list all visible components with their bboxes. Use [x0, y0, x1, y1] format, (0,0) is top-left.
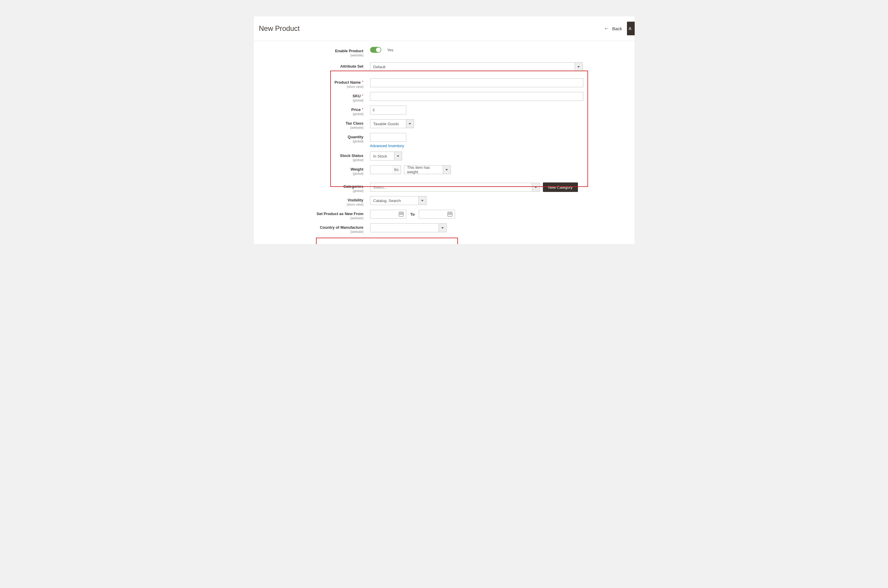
- enable-product-toggle[interactable]: [370, 47, 381, 53]
- visibility-label: Visibility: [348, 198, 363, 202]
- quantity-scope: [global]: [260, 140, 364, 143]
- price-input[interactable]: $: [370, 106, 406, 114]
- tax-class-scope: [website]: [260, 126, 364, 129]
- stock-status-label: Stock Status: [340, 153, 364, 158]
- row-enable-product: Enable Product [website] Yes: [260, 45, 629, 59]
- categories-label: Categories: [343, 184, 363, 189]
- advanced-inventory-link[interactable]: Advanced Inventory: [370, 144, 404, 148]
- country-value: [370, 224, 439, 232]
- product-name-label: Product Name: [334, 80, 361, 84]
- calendar-icon: [447, 212, 452, 217]
- enable-product-value: Yes: [387, 48, 393, 52]
- quantity-input[interactable]: [370, 133, 406, 142]
- chevron-down-icon: [443, 165, 451, 174]
- weight-input[interactable]: lbs: [370, 165, 401, 174]
- tax-class-value: Taxable Goods: [370, 119, 406, 128]
- chevron-down-icon: [394, 152, 402, 160]
- enable-product-scope: [website]: [260, 53, 364, 57]
- stock-status-value: In Stock: [370, 152, 394, 160]
- new-product-panel: New Product ← Back A Enable Product [web…: [254, 16, 635, 244]
- set-new-from-label: Set Product as New From: [317, 212, 363, 216]
- enable-product-label: Enable Product: [335, 49, 363, 53]
- weight-type-value: This item has weight: [404, 165, 443, 174]
- header-actions: ← Back A: [604, 22, 628, 35]
- chevron-down-icon: [439, 224, 447, 232]
- calendar-icon: [399, 212, 403, 217]
- weight-type-select[interactable]: This item has weight: [404, 165, 451, 174]
- row-sku: SKU* [global]: [260, 90, 629, 104]
- row-country: Country of Manufacture [website]: [260, 222, 629, 235]
- categories-select[interactable]: Select...: [370, 183, 540, 192]
- new-from-date-input[interactable]: [370, 210, 406, 219]
- visibility-scope: [store view]: [260, 202, 364, 206]
- panel-header: New Product ← Back A: [254, 16, 635, 41]
- arrow-left-icon: ←: [604, 26, 609, 31]
- country-select[interactable]: [370, 224, 447, 232]
- stock-status-select[interactable]: In Stock: [370, 152, 402, 160]
- categories-scope: [global]: [260, 189, 364, 192]
- visibility-select[interactable]: Catalog, Search: [370, 196, 426, 205]
- row-price: Price* [global] $: [260, 104, 629, 117]
- weight-unit: lbs: [392, 165, 400, 174]
- chevron-down-icon: [575, 62, 583, 71]
- new-category-button[interactable]: New Category: [543, 183, 578, 192]
- row-weight: Weight [global] lbs This item has weight: [260, 164, 629, 177]
- price-label: Price: [351, 107, 361, 112]
- attribute-set-value: Default: [370, 62, 575, 71]
- to-label: To: [409, 212, 416, 217]
- visibility-value: Catalog, Search: [370, 196, 419, 205]
- price-scope: [global]: [260, 112, 364, 116]
- tax-class-label: Tax Class: [346, 121, 364, 126]
- product-name-scope: [store view]: [260, 85, 364, 88]
- page-title: New Product: [259, 24, 300, 33]
- chevron-down-icon: [419, 196, 426, 205]
- weight-scope: [global]: [260, 172, 364, 176]
- quantity-label: Quantity: [348, 135, 364, 139]
- categories-placeholder: Select...: [370, 183, 532, 192]
- attribute-set-label: Attribute Set: [340, 64, 364, 69]
- weight-label: Weight: [351, 167, 363, 171]
- country-scope: [website]: [260, 230, 364, 234]
- sku-label: SKU: [352, 94, 361, 98]
- row-tax-class: Tax Class [website] Taxable Goods: [260, 117, 629, 131]
- set-new-from-scope: [website]: [260, 216, 364, 220]
- row-product-name: Product Name* [store view]: [260, 76, 629, 90]
- row-quantity: Quantity [global] Advanced Inventory: [260, 131, 629, 150]
- chevron-down-icon: [406, 119, 414, 128]
- new-to-date-input[interactable]: [419, 210, 455, 219]
- row-attribute-set: Attribute Set Default: [260, 60, 629, 73]
- back-button[interactable]: ← Back: [604, 26, 622, 31]
- stock-status-scope: [global]: [260, 158, 364, 162]
- tax-class-select[interactable]: Taxable Goods: [370, 119, 414, 128]
- sku-scope: [global]: [260, 99, 364, 102]
- chevron-down-icon: [532, 183, 540, 192]
- price-currency: $: [373, 106, 375, 114]
- row-stock-status: Stock Status [global] In Stock: [260, 150, 629, 164]
- attribute-set-select[interactable]: Default: [370, 62, 583, 71]
- form-body: Enable Product [website] Yes Attribute S…: [254, 41, 635, 244]
- back-label: Back: [612, 26, 622, 31]
- row-set-new-from: Set Product as New From [website] To: [260, 208, 629, 222]
- product-name-input[interactable]: [370, 78, 583, 87]
- row-visibility: Visibility [store view] Catalog, Search: [260, 194, 629, 208]
- highlight-box-country: [316, 238, 458, 244]
- sku-input[interactable]: [370, 92, 583, 101]
- save-button-edge[interactable]: A: [627, 22, 635, 35]
- row-categories: Categories [global] Select... New Catego…: [260, 181, 629, 194]
- country-label: Country of Manufacture: [320, 225, 364, 230]
